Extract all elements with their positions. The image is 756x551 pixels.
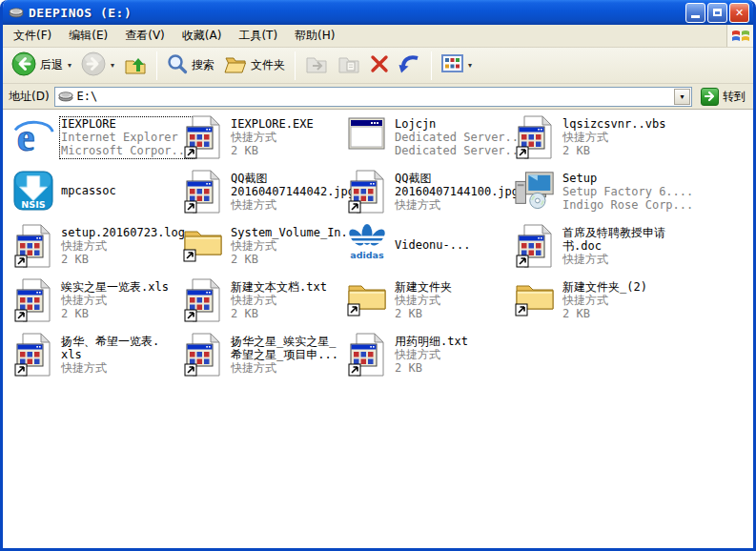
forward-dropdown-icon[interactable]: ▾ <box>111 61 114 70</box>
folders-button[interactable]: 文件夹 <box>219 51 290 80</box>
views-button[interactable]: ▾ <box>437 52 477 78</box>
file-item[interactable]: adidas Videonu-... <box>344 224 512 278</box>
file-item[interactable]: NSIS mpcassoc <box>10 170 180 224</box>
file-detail: 2 KB <box>231 307 327 320</box>
search-icon <box>167 53 188 78</box>
menu-file[interactable]: 文件(F) <box>5 25 60 47</box>
window-title: DEEPINOS (E:) <box>29 6 684 20</box>
file-item[interactable]: 扬华、希望一览表.xls快捷方式 <box>10 333 180 387</box>
views-dropdown-icon[interactable]: ▾ <box>468 61 472 70</box>
file-detail: 2 KB <box>395 361 468 375</box>
file-item[interactable]: LojcjnDedicated Server...Dedicated Serve… <box>344 115 512 170</box>
menu-favorites[interactable]: 收藏(A) <box>174 25 231 47</box>
file-detail: 快捷方式 <box>395 198 519 212</box>
file-item[interactable]: QQ截图20160407144100.jpg快捷方式 <box>344 170 512 224</box>
file-item[interactable]: setup.20160723.log快捷方式2 KB <box>10 224 180 278</box>
svg-text:NSIS: NSIS <box>21 199 45 210</box>
title-bar: DEEPINOS (E:) ✕ <box>3 0 753 25</box>
menu-tools[interactable]: 工具(T) <box>230 25 286 47</box>
file-item[interactable]: 首席及特聘教授申请书.doc快捷方式 <box>512 224 753 278</box>
shortcut-app-icon <box>344 333 389 377</box>
shortcut-app-icon <box>512 115 557 159</box>
file-detail: 2 KB <box>231 144 314 157</box>
file-detail: Indigo Rose Corp... <box>562 198 693 212</box>
back-button[interactable]: 后退 ▾ <box>7 50 76 82</box>
file-name: 书.doc <box>562 239 665 253</box>
copy-to-button[interactable] <box>333 51 365 80</box>
address-label: 地址(D) <box>9 89 50 105</box>
file-detail: 快捷方式 <box>61 294 169 307</box>
folders-label: 文件夹 <box>251 57 285 73</box>
move-to-folder-icon <box>305 53 328 78</box>
drive-icon <box>58 88 73 106</box>
file-detail: Microsoft Corpor... <box>61 144 192 157</box>
setup-icon <box>512 170 557 210</box>
file-detail: 快捷方式 <box>61 361 159 375</box>
file-name: QQ截图 <box>231 172 355 185</box>
file-detail: 2 KB <box>562 144 665 157</box>
file-detail: 快捷方式 <box>562 253 665 266</box>
address-dropdown-icon[interactable]: ▾ <box>674 89 690 105</box>
file-item[interactable]: System_Volume_In...快捷方式2 KB <box>180 224 344 278</box>
shortcut-app-icon <box>180 115 225 159</box>
file-detail: 快捷方式 <box>61 239 185 253</box>
svg-text:adidas: adidas <box>350 250 384 260</box>
folders-icon <box>224 53 247 78</box>
file-item[interactable]: e IEXPLOREInternet ExplorerMicrosoft Cor… <box>10 115 180 170</box>
window-app-icon <box>344 115 389 152</box>
file-item[interactable]: 新建文件夹快捷方式2 KB <box>344 278 512 333</box>
search-button[interactable]: 搜索 <box>162 51 219 80</box>
folder-up-icon <box>124 52 147 79</box>
file-name: setup.20160723.log <box>61 226 185 239</box>
forward-button[interactable]: ▾ <box>76 50 119 82</box>
file-item[interactable]: lqsizcsvnr..vbs快捷方式2 KB <box>512 115 753 170</box>
file-name: 新建文件夹 <box>395 280 452 294</box>
back-dropdown-icon[interactable]: ▾ <box>68 61 72 70</box>
file-item[interactable]: 用药明细.txt快捷方式2 KB <box>344 333 512 387</box>
up-button[interactable] <box>119 51 152 81</box>
delete-x-icon <box>370 54 389 77</box>
go-label: 转到 <box>723 89 746 105</box>
file-detail: Dedicated Server... <box>395 144 525 157</box>
forward-icon <box>81 51 106 80</box>
shortcut-app-icon <box>512 224 557 268</box>
file-detail: 2 KB <box>231 253 361 266</box>
file-detail: 2 KB <box>61 253 185 266</box>
move-to-button[interactable] <box>300 51 333 80</box>
file-detail: 快捷方式 <box>231 198 355 212</box>
delete-button[interactable] <box>365 52 394 79</box>
menu-help[interactable]: 帮助(H) <box>286 25 343 47</box>
file-item[interactable]: 竢实之星一览表.xls快捷方式2 KB <box>10 278 180 333</box>
undo-button[interactable] <box>394 51 426 80</box>
file-detail: Setup Factory 6.... <box>562 185 693 198</box>
file-name: 用药明细.txt <box>395 335 468 348</box>
file-name: 扬华之星_竢实之星_ <box>231 335 338 348</box>
address-field[interactable]: ▾ <box>54 87 692 107</box>
file-detail: Dedicated Server... <box>395 131 525 144</box>
menu-view[interactable]: 查看(V) <box>116 25 174 47</box>
go-button[interactable]: 转到 <box>697 87 749 107</box>
undo-icon <box>398 53 421 78</box>
file-item[interactable]: 新建文本文档.txt快捷方式2 KB <box>180 278 344 333</box>
maximize-button[interactable] <box>707 3 727 23</box>
address-input[interactable] <box>77 89 674 105</box>
shortcut-app-icon <box>10 278 55 322</box>
folder-shortcut-icon <box>512 278 557 316</box>
file-item[interactable]: QQ截图20160407144042.jpg快捷方式 <box>180 170 344 224</box>
file-name: 新建文本文档.txt <box>231 280 327 294</box>
file-item[interactable]: 扬华之星_竢实之星_希望之星_项目申...快捷方式 <box>180 333 344 387</box>
copy-to-folder-icon <box>337 53 360 78</box>
menu-edit[interactable]: 编辑(E) <box>60 25 116 47</box>
file-name: 20160407144100.jpg <box>395 185 519 198</box>
file-name: IEXPLORE.EXE <box>231 117 314 131</box>
close-button[interactable]: ✕ <box>729 3 749 23</box>
file-name: 新建文件夹_(2) <box>562 280 647 294</box>
file-detail: Internet Explorer <box>61 131 192 144</box>
minimize-button[interactable] <box>685 3 705 23</box>
file-item[interactable]: IEXPLORE.EXE快捷方式2 KB <box>180 115 344 170</box>
file-item[interactable]: 新建文件夹_(2)快捷方式2 KB <box>512 278 753 333</box>
file-item[interactable]: SetupSetup Factory 6....Indigo Rose Corp… <box>512 170 753 224</box>
file-name: 希望之星_项目申... <box>231 348 338 361</box>
shortcut-app-icon <box>180 170 225 214</box>
shortcut-app-icon <box>10 224 55 268</box>
